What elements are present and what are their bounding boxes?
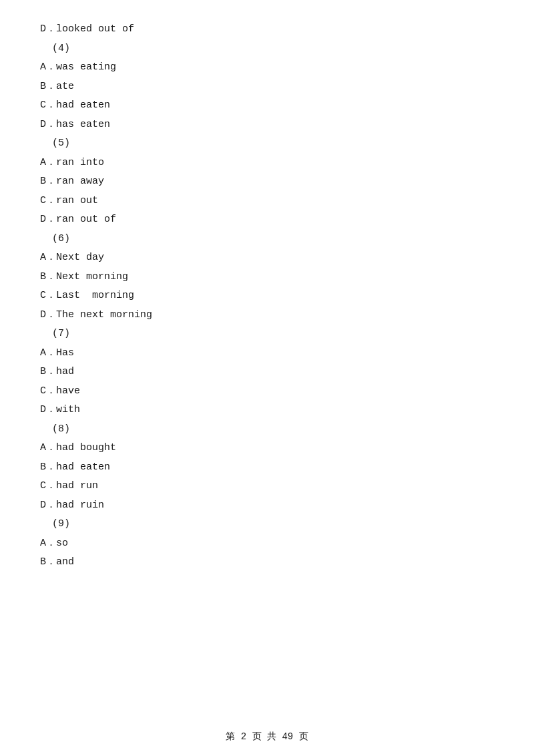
section-4: (4) [40, 39, 494, 59]
c-8: C．had run [40, 477, 494, 496]
section-9: (9) [40, 515, 494, 534]
d-6: D．The next morning [40, 306, 494, 325]
footer-text: 第 2 页 共 49 页 [226, 731, 308, 742]
d-4: D．has eaten [40, 116, 494, 135]
a-9: A．so [40, 534, 494, 554]
c-4: C．had eaten [40, 96, 494, 116]
a-8: A．had bought [40, 439, 494, 458]
section-8: (8) [40, 420, 494, 439]
a-4: A．was eating [40, 58, 494, 77]
a-6: A．Next day [40, 248, 494, 268]
b-6: B．Next morning [40, 268, 494, 287]
d-8: D．had ruin [40, 496, 494, 516]
b-9: B．and [40, 553, 494, 572]
page-content: D．looked out of (4)A．was eatingB．ateC．ha… [0, 0, 534, 612]
section-7: (7) [40, 325, 494, 344]
b-8: B．had eaten [40, 458, 494, 478]
a-5: A．ran into [40, 154, 494, 173]
d-7: D．with [40, 401, 494, 420]
d-option-3: D．looked out of [40, 20, 494, 39]
c-5: C．ran out [40, 192, 494, 211]
d-5: D．ran out of [40, 210, 494, 230]
b-7: B．had [40, 363, 494, 382]
section-5: (5) [40, 134, 494, 154]
c-7: C．have [40, 382, 494, 401]
a-7: A．Has [40, 344, 494, 363]
b-5: B．ran away [40, 172, 494, 192]
c-6: C．Last morning [40, 287, 494, 306]
section-6: (6) [40, 230, 494, 249]
b-4: B．ate [40, 77, 494, 97]
page-footer: 第 2 页 共 49 页 [0, 731, 534, 743]
